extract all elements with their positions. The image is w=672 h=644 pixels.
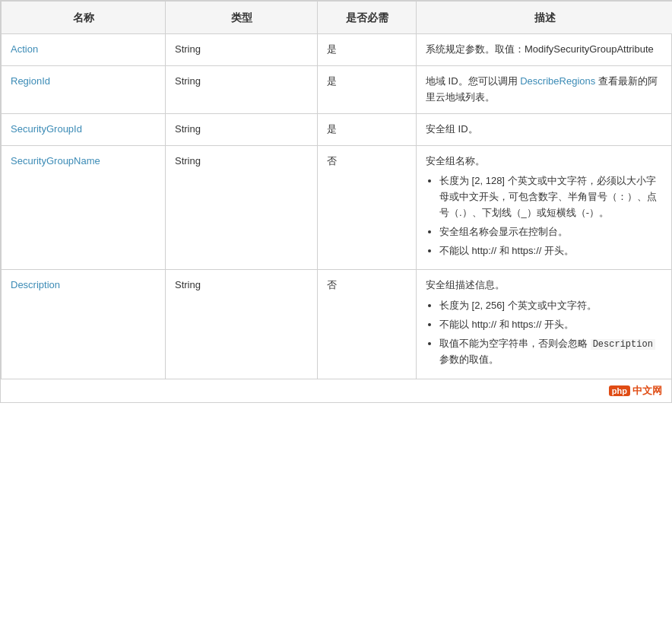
row-required-regionid: 是 — [318, 66, 417, 114]
sgname-link[interactable]: SecurityGroupName — [11, 155, 100, 167]
sgname-desc-list: 长度为 [2, 128] 个英文或中文字符，必须以大小字母或中文开头，可包含数字… — [426, 173, 664, 259]
sgid-link[interactable]: SecurityGroupId — [11, 123, 82, 135]
row-desc-sgname: 安全组名称。 长度为 [2, 128] 个英文或中文字符，必须以大小字母或中文开… — [417, 145, 673, 270]
header-desc: 描述 — [417, 2, 673, 34]
row-name-desc: Description — [2, 270, 166, 379]
row-name-sgid: SecurityGroupId — [2, 113, 166, 145]
footer-logo: php 中文网 — [1, 379, 671, 402]
footer-logo-text: 中文网 — [632, 384, 662, 398]
table-row: SecurityGroupId String 是 安全组 ID。 — [2, 113, 673, 145]
action-desc-text: 系统规定参数。取值：ModifySecurityGroupAttribute — [426, 43, 654, 55]
regionid-desc-before: 地域 ID。您可以调用 — [426, 75, 520, 87]
params-table-container: 名称 类型 是否必需 描述 Action String 是 系统规定参数。取值：… — [0, 0, 672, 403]
row-required-sgname: 否 — [318, 145, 417, 270]
php-badge: php — [609, 385, 630, 396]
table-row: Description String 否 安全组描述信息。 长度为 [2, 25… — [2, 270, 673, 379]
header-name: 名称 — [2, 2, 166, 34]
list-item: 长度为 [2, 256] 个英文或中文字符。 — [439, 298, 664, 314]
table-row: Action String 是 系统规定参数。取值：ModifySecurity… — [2, 34, 673, 66]
row-type-action: String — [166, 34, 318, 66]
row-name-regionid: RegionId — [2, 66, 166, 114]
table-row: SecurityGroupName String 否 安全组名称。 长度为 [2… — [2, 145, 673, 270]
table-row: RegionId String 是 地域 ID。您可以调用 DescribeRe… — [2, 66, 673, 114]
code-description: Description — [591, 339, 655, 350]
sgname-desc-main: 安全组名称。 — [426, 155, 485, 167]
regionid-link[interactable]: RegionId — [11, 75, 50, 87]
list-item: 长度为 [2, 128] 个英文或中文字符，必须以大小字母或中文开头，可包含数字… — [439, 173, 664, 220]
list-item: 不能以 http:// 和 https:// 开头。 — [439, 243, 664, 259]
row-name-sgname: SecurityGroupName — [2, 145, 166, 270]
php-logo: php 中文网 — [609, 384, 662, 398]
row-desc-description: 安全组描述信息。 长度为 [2, 256] 个英文或中文字符。 不能以 http… — [417, 270, 673, 379]
description-desc-main: 安全组描述信息。 — [426, 279, 505, 290]
list-item: 安全组名称会显示在控制台。 — [439, 224, 664, 240]
action-link[interactable]: Action — [11, 43, 38, 55]
description-link[interactable]: Description — [11, 279, 60, 290]
list-item: 不能以 http:// 和 https:// 开头。 — [439, 317, 664, 333]
row-type-regionid: String — [166, 66, 318, 114]
table-header-row: 名称 类型 是否必需 描述 — [2, 2, 673, 34]
header-required: 是否必需 — [318, 2, 417, 34]
row-required-action: 是 — [318, 34, 417, 66]
sgid-desc-text: 安全组 ID。 — [426, 123, 478, 135]
row-type-sgid: String — [166, 113, 318, 145]
row-type-desc: String — [166, 270, 318, 379]
header-type: 类型 — [166, 2, 318, 34]
list-item: 取值不能为空字符串，否则会忽略 Description 参数的取值。 — [439, 336, 664, 368]
row-required-desc: 否 — [318, 270, 417, 379]
row-required-sgid: 是 — [318, 113, 417, 145]
describe-regions-link[interactable]: DescribeRegions — [520, 75, 595, 87]
params-table: 名称 类型 是否必需 描述 Action String 是 系统规定参数。取值：… — [1, 1, 672, 379]
row-desc-regionid: 地域 ID。您可以调用 DescribeRegions 查看最新的阿里云地域列表… — [417, 66, 673, 114]
row-desc-action: 系统规定参数。取值：ModifySecurityGroupAttribute — [417, 34, 673, 66]
description-desc-list: 长度为 [2, 256] 个英文或中文字符。 不能以 http:// 和 htt… — [426, 298, 664, 368]
row-type-sgname: String — [166, 145, 318, 270]
row-desc-sgid: 安全组 ID。 — [417, 113, 673, 145]
row-name-action: Action — [2, 34, 166, 66]
